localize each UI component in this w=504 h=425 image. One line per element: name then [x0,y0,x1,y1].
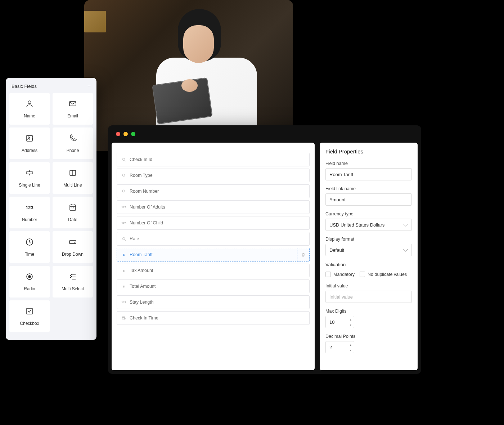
datetime-icon [121,316,126,321]
checkbox-icon [25,307,34,316]
form-field-label: Check In Id [130,157,152,162]
field-tile-multi-select[interactable]: Multi Select [53,266,93,298]
properties-title: Field Properties [325,148,412,155]
svg-point-3 [28,137,30,138]
form-field-number-of-adults[interactable]: 123Number Of Adults [117,200,310,214]
window-close-button[interactable] [116,132,120,136]
form-field-stay-length[interactable]: 123Stay Length [117,295,310,309]
form-field-tax-amount[interactable]: $Tax Amount [117,264,310,277]
field-tile-radio[interactable]: Radio [9,266,50,298]
field-tile-email[interactable]: Email [53,93,93,125]
field-tile-single-line[interactable]: Single Line [9,162,50,194]
currency-icon: $ [121,268,126,273]
form-field-label: Room Tariff [130,252,152,257]
display-format-label: Display format [325,237,412,242]
collapse-icon[interactable]: − [87,83,91,89]
svg-point-0 [28,101,31,104]
no-duplicate-checkbox[interactable]: No duplicate values [360,272,407,277]
svg-point-11 [28,276,31,278]
dropdown-icon [68,237,77,247]
form-builder-window: Check In IdRoom TypeRoom Number123Number… [108,125,421,374]
form-field-label: Number Of Child [130,220,163,225]
user-icon [25,99,34,108]
currency-type-select[interactable]: USD United States Dollars [325,219,412,231]
field-tile-label: Radio [24,286,35,291]
field-tile-label: Time [25,252,34,257]
initial-value-input[interactable] [325,291,412,303]
field-tile-label: Address [22,148,37,153]
form-field-total-amount[interactable]: $Total Amount [117,279,310,293]
form-field-number-of-child[interactable]: 123Number Of Child [117,216,310,230]
field-tile-phone[interactable]: Phone [53,128,93,159]
delete-field-button[interactable] [297,248,309,261]
form-canvas[interactable]: Check In IdRoom TypeRoom Number123Number… [112,143,315,370]
form-field-room-tariff[interactable]: $Room Tariff [117,248,310,261]
field-tile-name[interactable]: Name [9,93,50,125]
field-tile-address[interactable]: Address [9,128,50,159]
display-format-select[interactable]: Default [325,244,412,256]
decimal-points-label: Decimal Points [325,334,412,339]
form-field-check-in-id[interactable]: Check In Id [117,153,310,166]
svg-point-15 [122,190,125,192]
form-field-label: Stay Length [130,300,154,305]
field-tile-label: Drop Down [62,252,84,257]
mandatory-checkbox[interactable]: Mandatory [325,272,355,277]
123-icon: 123 [121,205,126,210]
field-tile-label: Email [67,113,78,118]
form-field-label: Check In Time [130,316,158,321]
123-icon: 123 [121,220,126,225]
svg-rect-12 [27,308,32,314]
field-tile-drop-down[interactable]: Drop Down [53,231,93,263]
form-field-label: Rate [130,236,139,241]
search-icon [121,157,126,162]
singleline-icon [25,168,34,178]
form-field-room-type[interactable]: Room Type [117,169,310,182]
field-tile-date[interactable]: 15Date [53,197,93,228]
window-maximize-button[interactable] [131,132,135,136]
form-field-label: Room Type [130,173,153,178]
currency-icon: $ [121,252,126,257]
field-tile-checkbox[interactable]: Checkbox [9,300,50,332]
search-icon [121,236,126,241]
svg-text:15: 15 [71,207,74,210]
form-field-label: Room Number [130,189,159,194]
123-icon: 123 [25,203,34,212]
form-field-label: Tax Amount [130,268,153,273]
form-field-check-in-time[interactable]: Check In Time [117,311,310,325]
field-tile-multi-line[interactable]: Multi Line [53,162,93,194]
max-digits-label: Max Digits [325,309,412,314]
field-link-name-label: Field link name [325,186,412,191]
field-tile-time[interactable]: Time [9,231,50,263]
field-tile-label: Checkbox [20,321,39,326]
initial-value-label: Initial value [325,283,412,288]
field-tile-label: Number [22,217,37,222]
123-icon: 123 [121,300,126,305]
window-minimize-button[interactable] [123,132,128,136]
field-tile-label: Phone [67,148,79,153]
search-icon [121,189,126,194]
field-properties-panel: Field Properties Field name Field link n… [320,143,418,370]
time-icon [25,237,34,247]
form-field-label: Total Amount [130,284,156,289]
field-link-name-input[interactable] [325,193,412,206]
radio-icon [25,272,34,281]
svg-point-14 [122,174,125,176]
field-tile-number[interactable]: 123Number [9,197,50,228]
decimal-points-stepper[interactable]: 2 ▲▼ [325,341,354,353]
svg-rect-1 [69,102,76,106]
svg-rect-2 [27,135,32,141]
form-field-rate[interactable]: Rate [117,232,310,246]
multiselect-icon [68,272,77,281]
form-field-room-number[interactable]: Room Number [117,184,310,198]
field-name-input[interactable] [325,168,412,180]
mail-icon [68,99,77,108]
validation-section-label: Validation [325,262,412,267]
field-tile-label: Single Line [19,183,40,188]
basic-fields-panel: Basic Fields − NameEmailAddressPhoneSing… [6,78,96,340]
svg-rect-4 [26,172,33,174]
field-tile-label: Multi Select [62,286,84,291]
svg-point-16 [122,237,125,240]
max-digits-stepper[interactable]: 10 ▲▼ [325,316,354,328]
form-field-label: Number Of Adults [130,205,165,210]
field-tile-label: Name [24,113,35,118]
